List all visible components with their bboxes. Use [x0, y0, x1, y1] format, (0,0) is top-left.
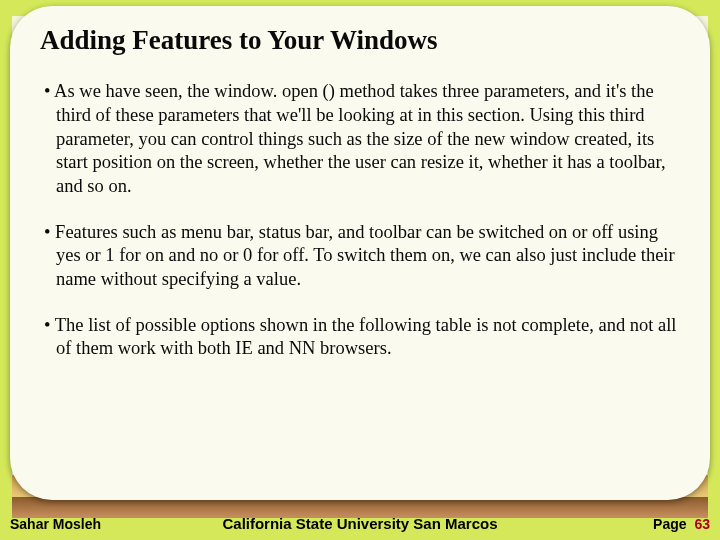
bullet-item: As we have seen, the window. open () met…	[40, 80, 680, 198]
university-name: California State University San Marcos	[222, 515, 497, 532]
author-name: Sahar Mosleh	[10, 516, 101, 532]
page-indicator: Page 63	[653, 516, 710, 532]
slide-title: Adding Features to Your Windows	[40, 24, 680, 56]
bullet-item: The list of possible options shown in th…	[40, 314, 680, 361]
slide-card: Adding Features to Your Windows As we ha…	[10, 6, 710, 500]
slide-footer: Sahar Mosleh California State University…	[0, 506, 720, 534]
bullet-item: Features such as menu bar, status bar, a…	[40, 221, 680, 292]
page-label: Page	[653, 516, 686, 532]
page-number: 63	[694, 516, 710, 532]
